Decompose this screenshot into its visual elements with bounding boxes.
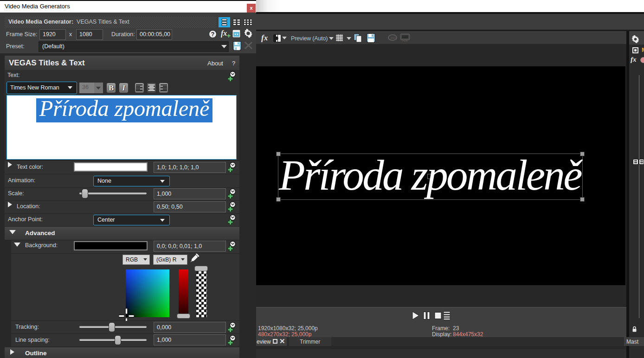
svg-text:360: 360	[390, 36, 396, 39]
svg-text:HDR: HDR	[402, 39, 408, 42]
